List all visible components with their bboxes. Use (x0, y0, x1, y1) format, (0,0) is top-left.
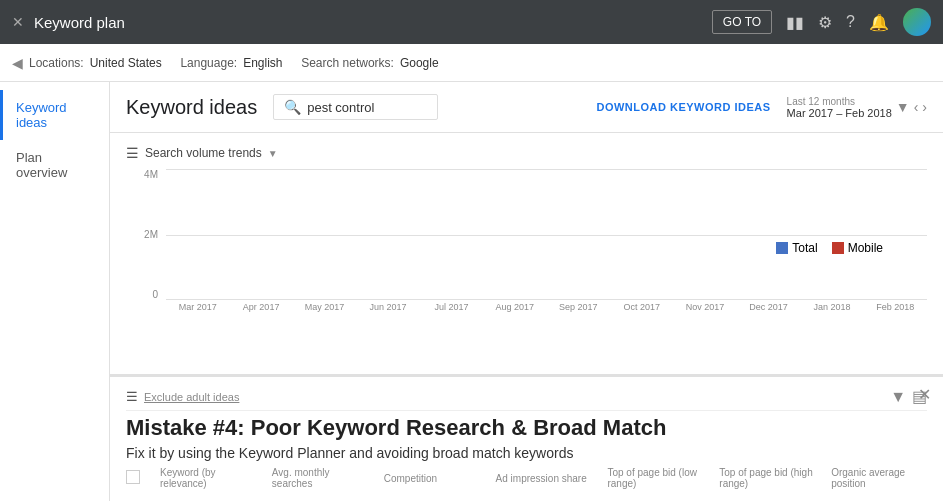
month-label: Apr 2017 (229, 302, 292, 324)
chevron-down-icon[interactable]: ▼ (268, 148, 278, 159)
filter-icon[interactable]: ▼ (890, 388, 906, 406)
date-next-icon[interactable]: › (922, 99, 927, 115)
app-title: Keyword plan (34, 14, 125, 31)
overlay-panel: ✕ ☰ Exclude adult ideas ▼ ▤ Mistake #4: … (110, 374, 943, 501)
month-label: Aug 2017 (483, 302, 546, 324)
y-label-4m: 4M (144, 169, 158, 180)
sidebar-item-plan-overview[interactable]: Plan overview (0, 140, 109, 190)
main-layout: Keyword ideas Plan overview Keyword idea… (0, 82, 943, 501)
networks-value: Google (400, 56, 439, 70)
locations-label: Locations: (29, 56, 84, 70)
sidebar-item-keyword-ideas[interactable]: Keyword ideas (0, 90, 109, 140)
chart-toggle[interactable]: Search volume trends (145, 146, 262, 160)
overlay-close-button[interactable]: ✕ (918, 385, 931, 404)
month-label: Jul 2017 (420, 302, 483, 324)
header-right: GO TO ▮▮ ⚙ ? 🔔 (712, 8, 931, 36)
col-impression: Ad impression share (496, 473, 592, 484)
col-bid-low: Top of page bid (low range) (607, 467, 703, 489)
go-to-button[interactable]: GO TO (712, 10, 772, 34)
settings-icon[interactable]: ⚙ (818, 13, 832, 32)
month-label: Feb 2018 (864, 302, 927, 324)
sidebar: Keyword ideas Plan overview (0, 82, 110, 501)
language-value: English (243, 56, 282, 70)
date-range: Last 12 months Mar 2017 – Feb 2018 ▼ ‹ › (787, 96, 927, 119)
chart-controls: ☰ Search volume trends ▼ (126, 145, 927, 161)
back-arrow-icon[interactable]: ◀ (12, 55, 23, 71)
month-label: Mar 2017 (166, 302, 229, 324)
search-icon: 🔍 (284, 99, 301, 115)
separator1 (168, 56, 175, 70)
month-label: May 2017 (293, 302, 356, 324)
notifications-icon[interactable]: 🔔 (869, 13, 889, 32)
y-label-2m: 2M (144, 229, 158, 240)
keyword-ideas-header: Keyword ideas 🔍 DOWNLOAD KEYWORD IDEAS L… (110, 82, 943, 133)
overlay-subtitle: Fix it by using the Keyword Planner and … (126, 445, 927, 461)
content-area: Keyword ideas 🔍 DOWNLOAD KEYWORD IDEAS L… (110, 82, 943, 501)
chart-area: ☰ Search volume trends ▼ Total Mobile (110, 133, 943, 324)
language-label: Language: (180, 56, 237, 70)
overlay-table-header: Keyword (by relevance) Avg. monthly sear… (126, 467, 927, 489)
keyword-ideas-title: Keyword ideas (126, 96, 257, 119)
month-labels: Mar 2017Apr 2017May 2017Jun 2017Jul 2017… (166, 302, 927, 324)
date-prev-icon[interactable]: ‹ (914, 99, 919, 115)
col-keyword: Keyword (by relevance) (160, 467, 256, 489)
chart-bar-icon[interactable]: ▮▮ (786, 13, 804, 32)
col-monthly: Avg. monthly searches (272, 467, 368, 489)
checkbox-placeholder (126, 470, 144, 486)
three-lines-icon2: ☰ (126, 389, 138, 404)
bar-chart (166, 169, 927, 300)
separator2 (289, 56, 296, 70)
search-box[interactable]: 🔍 (273, 94, 438, 120)
month-label: Dec 2017 (737, 302, 800, 324)
date-range-label: Last 12 months (787, 96, 892, 107)
avatar[interactable] (903, 8, 931, 36)
three-lines-icon: ☰ (126, 145, 139, 161)
help-icon[interactable]: ? (846, 13, 855, 31)
close-icon[interactable]: ✕ (12, 14, 24, 30)
month-label: Oct 2017 (610, 302, 673, 324)
month-label: Jun 2017 (356, 302, 419, 324)
locations-value: United States (90, 56, 162, 70)
col-organic: Organic average position (831, 467, 927, 489)
select-all-checkbox[interactable] (126, 470, 140, 484)
subheader: ◀ Locations: United States Language: Eng… (0, 44, 943, 82)
bar-chart-container: 4M 2M 0 Mar 2017Apr 2017May 2017Jun 2017… (126, 169, 927, 324)
month-label: Nov 2017 (673, 302, 736, 324)
search-input[interactable] (307, 100, 427, 115)
app-header: ✕ Keyword plan GO TO ▮▮ ⚙ ? 🔔 (0, 0, 943, 44)
col-bid-high: Top of page bid (high range) (719, 467, 815, 489)
overlay-title: Mistake #4: Poor Keyword Research & Broa… (126, 415, 927, 441)
month-label: Jan 2018 (800, 302, 863, 324)
y-axis: 4M 2M 0 (126, 169, 162, 300)
download-keyword-ideas-button[interactable]: DOWNLOAD KEYWORD IDEAS (596, 101, 770, 113)
exclude-bar: ☰ Exclude adult ideas ▼ ▤ (126, 387, 927, 411)
networks-label: Search networks: (301, 56, 394, 70)
exclude-label: Exclude adult ideas (144, 391, 239, 403)
y-label-0: 0 (152, 289, 158, 300)
month-label: Sep 2017 (547, 302, 610, 324)
date-dropdown-icon[interactable]: ▼ (896, 99, 910, 115)
header-left: ✕ Keyword plan (12, 14, 125, 31)
date-range-value: Mar 2017 – Feb 2018 (787, 107, 892, 119)
col-competition: Competition (384, 473, 480, 484)
